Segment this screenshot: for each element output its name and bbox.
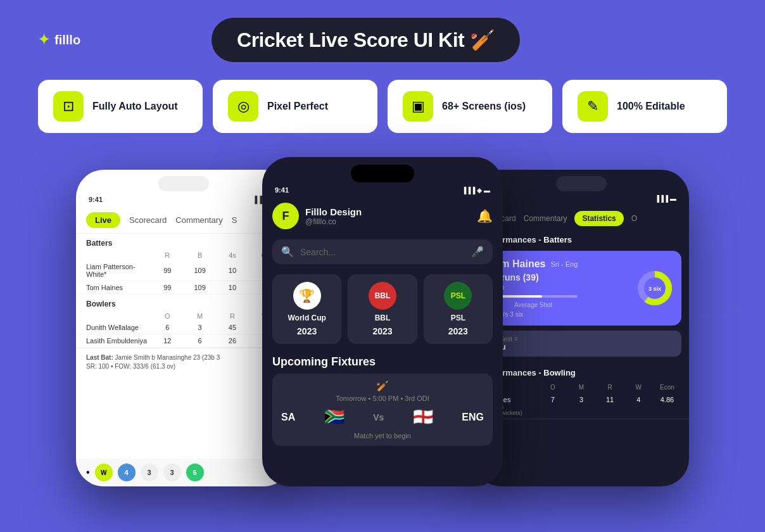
- tab-commentary[interactable]: Commentary: [175, 215, 222, 225]
- ball-6: 6: [186, 464, 204, 481]
- center-time: 9:41: [275, 186, 289, 194]
- center-status-bar: 9:41 ▐▐▐ ◈ ▬: [262, 182, 503, 198]
- right-tab-statistics[interactable]: Statistics: [574, 211, 623, 226]
- bowl-m: 3: [567, 396, 595, 416]
- logo: ✦ filllo: [38, 32, 80, 48]
- profile-name: Filllo Design: [305, 206, 362, 217]
- page-title: Cricket Live Score UI Kit 🏏: [212, 18, 520, 62]
- left-status-bar: 9:41 ▐▐▐ 🔋: [76, 191, 291, 207]
- tournament-logo-2: PSL: [444, 282, 472, 310]
- header: ✦ filllo Cricket Live Score UI Kit 🏏: [0, 0, 765, 62]
- left-tabs[interactable]: Live Scorecard Commentary S: [76, 207, 291, 234]
- tournament-card-2[interactable]: PSL PSL 2023: [424, 274, 493, 344]
- feature-card-2: ▣ 68+ Screens (ios): [388, 80, 552, 133]
- bowlers-header: Bowlers: [76, 294, 291, 311]
- team2-flag: 🏴󠁧󠁢󠁥󠁮󠁧󠁿: [413, 407, 433, 427]
- ball-four: 4: [118, 464, 136, 481]
- feature-card-0: ⊡ Fully Auto Layout: [38, 80, 203, 133]
- batter-sub: Sri - Eng: [551, 260, 578, 268]
- right-phone-island: [556, 176, 607, 191]
- cricket-emoji: 🏏: [281, 380, 484, 392]
- vs-text: Vs: [373, 412, 384, 422]
- tab-scorecard[interactable]: Scorecard: [129, 215, 167, 225]
- right-tab-commentary[interactable]: Commentary: [524, 214, 567, 223]
- search-placeholder: Search...: [300, 247, 465, 257]
- editable-icon: ✎: [578, 91, 608, 122]
- tournament-card-1[interactable]: BBL BBL 2023: [348, 274, 417, 344]
- features-row: ⊡ Fully Auto Layout ◎ Pixel Perfect ▣ 68…: [0, 62, 765, 151]
- dot-indicator: •: [86, 467, 90, 478]
- bell-icon[interactable]: 🔔: [477, 208, 493, 224]
- feature-label-3: 100% Editable: [617, 101, 685, 112]
- batters-header: Batters: [76, 234, 291, 250]
- ball-3b: 3: [163, 464, 181, 481]
- bowling-section: Performances - Bowling O M R W Econ m Ha…: [474, 364, 689, 419]
- mic-icon[interactable]: 🎤: [471, 246, 484, 258]
- fixture-card[interactable]: 🏏 Tomorrow • 5:00 PM • 3rd ODI SA 🇿🇦 Vs …: [272, 374, 493, 446]
- pixel-perfect-icon: ◎: [228, 91, 258, 122]
- auto-layout-icon: ⊡: [53, 91, 84, 122]
- tournament-year-0: 2023: [297, 326, 317, 336]
- bowling-header: O M R W Econ: [474, 381, 689, 393]
- cor-best-label: Cor Best =: [488, 336, 675, 343]
- right-tabs[interactable]: Scorecard Commentary Statistics O: [474, 206, 689, 231]
- phones-container: 9:41 ▐▐▐ 🔋 Live Scorecard Commentary S B…: [0, 151, 765, 486]
- tournament-name-2: PSL: [451, 314, 465, 322]
- performances-bowling-title: Performances - Bowling: [474, 364, 689, 381]
- team1-name: SA: [281, 412, 295, 423]
- upcoming-fixtures-title: Upcoming Fixtures: [262, 349, 503, 374]
- tournament-logo-1: BBL: [369, 282, 396, 310]
- fixture-meta: Tomorrow • 5:00 PM • 3rd ODI: [281, 395, 484, 402]
- bat-table-header: R B 4s 6s: [76, 250, 291, 260]
- table-row: Lasith Embuldeniya 12 6 26 3: [76, 334, 291, 348]
- tab-live[interactable]: Live: [86, 212, 120, 228]
- feature-card-1: ◎ Pixel Perfect: [213, 80, 377, 133]
- right-phone: ▐▐▐ ▬ Scorecard Commentary Statistics O …: [474, 170, 689, 486]
- profile-row: F Filllo Design @filllo.co 🔔: [262, 198, 503, 234]
- ball-3a: 3: [141, 464, 158, 481]
- cor-best-val: 11 ru: [488, 343, 675, 352]
- logo-text: filllo: [54, 33, 80, 48]
- center-phone-island: [351, 165, 414, 182]
- table-row: Tom Haines 99 109 10 2: [76, 281, 291, 294]
- tournament-name-1: BBL: [375, 314, 391, 322]
- center-phone: 9:41 ▐▐▐ ◈ ▬ F Filllo Design @filllo.co …: [262, 157, 503, 486]
- search-icon: 🔍: [281, 246, 294, 258]
- logo-icon: ✦: [38, 32, 49, 48]
- feature-label-2: 68+ Screens (ios): [442, 101, 526, 112]
- right-tab-other[interactable]: O: [631, 214, 637, 223]
- tournament-row: 🏆 World Cup 2023 BBL BBL 2023 PSL PSL 20…: [262, 269, 503, 349]
- bowl-w: 4: [624, 396, 653, 416]
- feature-label-0: Fully Auto Layout: [92, 101, 178, 112]
- tournament-card-0[interactable]: 🏆 World Cup 2023: [272, 274, 341, 344]
- last-bat-section: Last Bat: Jamie Smith b Manasinghe 23 (2…: [76, 348, 291, 376]
- tournament-year-1: 2023: [372, 326, 392, 336]
- feature-label-1: Pixel Perfect: [267, 101, 328, 112]
- tournament-logo-0: 🏆: [293, 282, 321, 310]
- profile-handle: @filllo.co: [305, 217, 362, 226]
- feature-card-3: ✎ 100% Editable: [562, 80, 727, 133]
- bowl-table-header: O M R W: [76, 311, 291, 321]
- bowl-o: 7: [538, 396, 567, 416]
- tab-extra[interactable]: S: [232, 215, 237, 225]
- fixture-match: SA 🇿🇦 Vs 🏴󠁧󠁢󠁥󠁮󠁧󠁿 ENG: [281, 407, 484, 427]
- team2-name: ENG: [462, 412, 484, 423]
- bowl-r: 11: [596, 396, 624, 416]
- table-row: Dunith Wellalage 6 3 45 2: [76, 321, 291, 334]
- ball-wicket: W: [95, 464, 113, 481]
- left-phone: 9:41 ▐▐▐ 🔋 Live Scorecard Commentary S B…: [76, 170, 291, 486]
- performances-batters-title: Performances - Batters: [474, 231, 689, 248]
- svg-text:3 six: 3 six: [648, 286, 661, 292]
- batter-card: Tom Haines Sri - Eng 99 runs (39) 60% Av…: [481, 251, 681, 326]
- left-phone-notch: [158, 176, 209, 191]
- search-bar[interactable]: 🔍 Search... 🎤: [272, 239, 493, 264]
- bowl-econ: 4.86: [653, 396, 681, 416]
- bottom-balls-bar: • W 4 3 3 6: [76, 459, 291, 486]
- team1-flag: 🇿🇦: [324, 407, 345, 427]
- avatar: F: [272, 203, 299, 229]
- right-status-bar: ▐▐▐ ▬: [474, 191, 689, 206]
- screens-icon: ▣: [403, 91, 433, 122]
- tournament-year-2: 2023: [448, 326, 468, 336]
- table-row: m Haines Sri - Eng 1 Ov (4 wickets) 7 3 …: [474, 393, 689, 419]
- tournament-name-0: World Cup: [288, 314, 326, 322]
